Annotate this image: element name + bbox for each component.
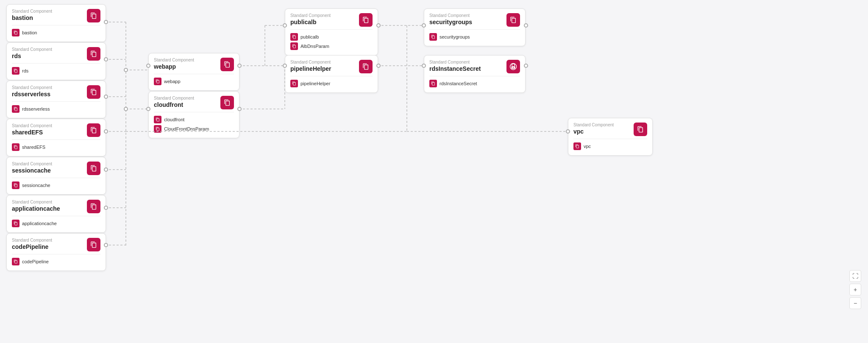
card-codepipeline: Standard Component codePipeline codePipe… (6, 233, 106, 271)
dot-rdsserverless-right (104, 95, 108, 99)
std-label-pipelinehelper: Standard Component (290, 60, 331, 64)
dot-vertical-webapp (124, 68, 128, 72)
card-icon-securitygroups[interactable] (506, 13, 520, 27)
card-name-rds: rds (12, 53, 52, 59)
dot-webapp-left (146, 64, 150, 68)
card-icon-webapp[interactable] (220, 58, 234, 71)
card-icon-pipelinehelper[interactable] (359, 60, 373, 73)
card-name-rdsinstancesecret: rdsInstanceSecret (429, 65, 481, 72)
card-name-webapp: webapp (154, 63, 194, 70)
item-text-publicalb: publicalb (300, 34, 319, 39)
card-icon-bastion[interactable] (87, 9, 100, 22)
card-name-bastion: bastion (12, 14, 52, 21)
dot-securitygroups-left (422, 23, 426, 28)
card-applicationcache: Standard Component applicationcache appl… (6, 195, 106, 233)
item-rds: rds (12, 66, 100, 75)
card-name-cloudfront: cloudfront (154, 101, 194, 108)
std-label-sharedefs: Standard Component (12, 123, 52, 128)
item-pipelinehelper: pipelineHelper (290, 79, 373, 88)
item-text-sharedefs: sharedEFS (22, 145, 45, 150)
item-text-applicationcache: applicationcache (22, 221, 57, 226)
item-sharedefs: sharedEFS (12, 142, 100, 152)
zoom-controls: ⛶ + − (849, 270, 861, 309)
item-securitygroups: securitygroups (429, 32, 520, 42)
item-text-rds: rds (22, 68, 28, 73)
card-sharedefs: Standard Component sharedEFS sharedEFS (6, 119, 106, 156)
card-name-rdsserverless: rdsserverless (12, 91, 52, 98)
card-rdsinstancesecret: Standard Component rdsInstanceSecret rds… (424, 55, 526, 93)
card-icon-sharedefs[interactable] (87, 123, 100, 137)
item-albdnsparam: AlbDnsParam (290, 42, 373, 51)
dot-pipelinehelper-right (376, 64, 381, 68)
item-text-securitygroups: securitygroups (440, 34, 470, 39)
item-text-cloudfront: cloudfront (164, 117, 184, 122)
std-label-codepipeline: Standard Component (12, 238, 52, 243)
dot-vpc-left (566, 129, 570, 134)
dot-applicationcache-right (104, 206, 108, 210)
card-icon-publicalb[interactable] (359, 13, 373, 27)
item-rdsinstancesecret: rdsInstanceSecret (429, 79, 520, 88)
item-cloudfrontdnsparam: CloudFrontDnsParam (154, 124, 234, 134)
std-label-sessioncache: Standard Component (12, 162, 52, 166)
std-label-vpc: Standard Component (573, 123, 614, 127)
card-name-pipelinehelper: pipelineHelper (290, 65, 331, 72)
item-codepipeline: codePipeline (12, 257, 100, 266)
card-name-sessioncache: sessioncache (12, 167, 52, 174)
card-icon-rdsinstancesecret[interactable] (506, 60, 520, 73)
std-label-applicationcache: Standard Component (12, 200, 60, 204)
item-sessioncache: sessioncache (12, 181, 100, 190)
std-label-bastion: Standard Component (12, 9, 52, 14)
card-rds: Standard Component rds rds (6, 42, 106, 80)
dot-bastion-right (104, 20, 108, 24)
item-text-sessioncache: sessioncache (22, 183, 50, 188)
dot-codepipeline-right (104, 243, 108, 247)
card-rdsserverless: Standard Component rdsserverless rdsserv… (6, 81, 106, 118)
dot-cloudfront-right (237, 107, 242, 111)
item-webapp: webapp (154, 77, 234, 86)
item-text-pipelinehelper: pipelineHelper (300, 81, 330, 86)
card-name-applicationcache: applicationcache (12, 205, 60, 212)
card-name-securitygroups: securitygroups (429, 19, 472, 25)
std-label-publicalb: Standard Component (290, 13, 331, 18)
dot-cloudfront-left (146, 107, 150, 111)
card-icon-applicationcache[interactable] (87, 200, 100, 213)
item-text-albdnsparam: AlbDnsParam (300, 44, 329, 49)
std-label-securitygroups: Standard Component (429, 13, 472, 18)
card-icon-cloudfront[interactable] (220, 96, 234, 109)
card-cloudfront: Standard Component cloudfront cloudfront… (148, 91, 239, 138)
std-label-rds: Standard Component (12, 47, 52, 52)
card-webapp: Standard Component webapp webapp (148, 53, 239, 91)
card-name-vpc: vpc (573, 128, 614, 135)
item-text-codepipeline: codePipeline (22, 259, 49, 264)
card-icon-codepipeline[interactable] (87, 238, 100, 251)
dot-sharedefs-right (104, 129, 108, 134)
item-text-webapp: webapp (164, 79, 181, 84)
item-cloudfront: cloudfront (154, 115, 234, 124)
card-pipelinehelper: Standard Component pipelineHelper pipeli… (285, 55, 378, 93)
dot-webapp-right (237, 64, 242, 68)
item-publicalb: publicalb (290, 32, 373, 42)
item-rdsserverless: rdsserverless (12, 104, 100, 114)
card-icon-sessioncache[interactable] (87, 162, 100, 175)
item-text-rdsinstancesecret: rdsInstanceSecret (440, 81, 477, 86)
dot-publicalb-right (376, 23, 381, 28)
card-name-sharedefs: sharedEFS (12, 129, 52, 136)
dot-pipelinehelper-left (283, 64, 287, 68)
zoom-in-button[interactable]: + (849, 284, 861, 296)
card-publicalb: Standard Component publicalb publicalb A… (285, 8, 378, 56)
card-name-publicalb: publicalb (290, 19, 331, 25)
item-text-rdsserverless: rdsserverless (22, 106, 50, 112)
dot-publicalb-left (283, 23, 287, 28)
item-applicationcache: applicationcache (12, 219, 100, 228)
dot-rdsinstancesecret-right (524, 64, 528, 68)
card-icon-vpc[interactable] (634, 123, 647, 136)
expand-button[interactable]: ⛶ (849, 270, 861, 282)
dot-vertical-cloudfront (124, 107, 128, 111)
item-vpc: vpc (573, 142, 647, 151)
zoom-out-button[interactable]: − (849, 297, 861, 309)
card-icon-rds[interactable] (87, 47, 100, 61)
dot-rds-right (104, 57, 108, 61)
card-sessioncache: Standard Component sessioncache sessionc… (6, 157, 106, 195)
std-label-rdsinstancesecret: Standard Component (429, 60, 481, 64)
card-icon-rdsserverless[interactable] (87, 85, 100, 99)
